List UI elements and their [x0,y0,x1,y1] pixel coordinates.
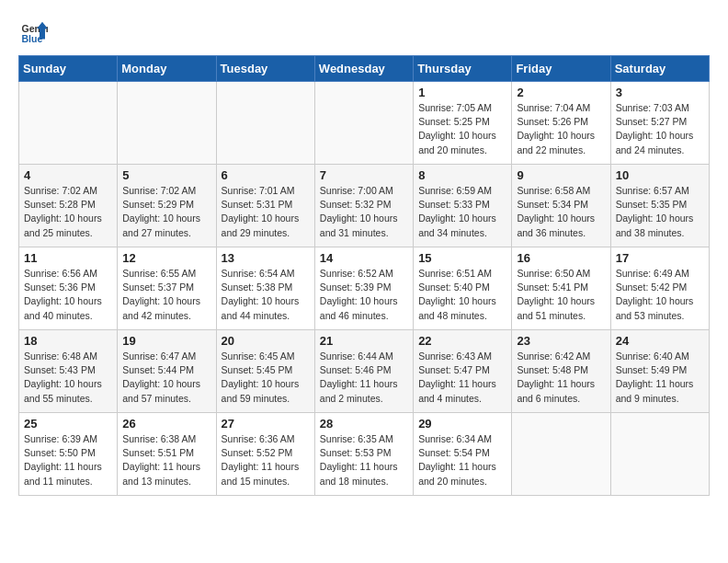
day-info: Sunrise: 6:59 AM Sunset: 5:33 PM Dayligh… [418,184,506,240]
day-info: Sunrise: 6:47 AM Sunset: 5:44 PM Dayligh… [122,350,210,406]
calendar-cell: 19Sunrise: 6:47 AM Sunset: 5:44 PM Dayli… [118,330,216,413]
day-number: 9 [517,168,605,182]
calendar-cell: 15Sunrise: 6:51 AM Sunset: 5:40 PM Dayli… [414,247,512,330]
weekday-header-wednesday: Wednesday [314,56,413,82]
calendar-cell: 10Sunrise: 6:57 AM Sunset: 5:35 PM Dayli… [610,165,709,247]
day-info: Sunrise: 6:54 AM Sunset: 5:38 PM Dayligh… [222,267,310,323]
day-number: 12 [122,251,210,265]
calendar-cell: 7Sunrise: 7:00 AM Sunset: 5:32 PM Daylig… [314,165,413,247]
calendar-cell: 27Sunrise: 6:36 AM Sunset: 5:52 PM Dayli… [216,413,314,496]
day-info: Sunrise: 6:34 AM Sunset: 5:54 PM Dayligh… [418,432,506,488]
day-number: 27 [222,417,310,431]
calendar-cell: 1Sunrise: 7:05 AM Sunset: 5:25 PM Daylig… [414,82,512,165]
calendar-cell: 24Sunrise: 6:40 AM Sunset: 5:49 PM Dayli… [610,330,709,413]
weekday-header-thursday: Thursday [414,56,512,82]
calendar-cell: 5Sunrise: 7:02 AM Sunset: 5:29 PM Daylig… [118,165,216,247]
day-info: Sunrise: 6:40 AM Sunset: 5:49 PM Dayligh… [616,350,704,406]
day-info: Sunrise: 7:04 AM Sunset: 5:26 PM Dayligh… [517,101,605,157]
calendar-cell [216,82,314,165]
day-info: Sunrise: 7:05 AM Sunset: 5:25 PM Dayligh… [418,101,506,157]
calendar-cell: 26Sunrise: 6:38 AM Sunset: 5:51 PM Dayli… [118,413,216,496]
day-info: Sunrise: 6:45 AM Sunset: 5:45 PM Dayligh… [222,350,310,406]
calendar-week-row: 18Sunrise: 6:48 AM Sunset: 5:43 PM Dayli… [19,330,710,413]
calendar-week-row: 11Sunrise: 6:56 AM Sunset: 5:36 PM Dayli… [19,247,710,330]
calendar-cell: 2Sunrise: 7:04 AM Sunset: 5:26 PM Daylig… [512,82,610,165]
day-info: Sunrise: 6:44 AM Sunset: 5:46 PM Dayligh… [320,350,408,406]
day-number: 22 [418,334,506,348]
day-number: 26 [122,417,210,431]
day-info: Sunrise: 6:38 AM Sunset: 5:51 PM Dayligh… [122,432,210,488]
day-number: 6 [222,168,310,182]
calendar-week-row: 1Sunrise: 7:05 AM Sunset: 5:25 PM Daylig… [19,82,710,165]
calendar-cell: 16Sunrise: 6:50 AM Sunset: 5:41 PM Dayli… [512,247,610,330]
day-info: Sunrise: 6:48 AM Sunset: 5:43 PM Dayligh… [24,350,112,406]
day-info: Sunrise: 6:36 AM Sunset: 5:52 PM Dayligh… [222,432,310,488]
day-info: Sunrise: 6:52 AM Sunset: 5:39 PM Dayligh… [320,267,408,323]
weekday-header-monday: Monday [118,56,216,82]
day-number: 23 [517,334,605,348]
weekday-header-friday: Friday [512,56,610,82]
calendar-cell [314,82,413,165]
day-info: Sunrise: 6:49 AM Sunset: 5:42 PM Dayligh… [616,267,704,323]
day-number: 14 [320,251,408,265]
calendar-cell: 22Sunrise: 6:43 AM Sunset: 5:47 PM Dayli… [414,330,512,413]
day-number: 17 [616,251,704,265]
day-number: 4 [24,168,112,182]
day-number: 16 [517,251,605,265]
day-number: 19 [122,334,210,348]
logo-icon: General Blue [20,18,48,46]
logo: General Blue [18,18,48,46]
day-info: Sunrise: 7:02 AM Sunset: 5:28 PM Dayligh… [24,184,112,240]
calendar-cell: 23Sunrise: 6:42 AM Sunset: 5:48 PM Dayli… [512,330,610,413]
day-info: Sunrise: 7:03 AM Sunset: 5:27 PM Dayligh… [616,101,704,157]
day-number: 7 [320,168,408,182]
calendar-cell: 12Sunrise: 6:55 AM Sunset: 5:37 PM Dayli… [118,247,216,330]
day-info: Sunrise: 6:50 AM Sunset: 5:41 PM Dayligh… [517,267,605,323]
calendar-week-row: 25Sunrise: 6:39 AM Sunset: 5:50 PM Dayli… [19,413,710,496]
day-info: Sunrise: 6:42 AM Sunset: 5:48 PM Dayligh… [517,350,605,406]
day-number: 25 [24,417,112,431]
calendar-cell: 21Sunrise: 6:44 AM Sunset: 5:46 PM Dayli… [314,330,413,413]
calendar-cell: 18Sunrise: 6:48 AM Sunset: 5:43 PM Dayli… [19,330,118,413]
calendar-week-row: 4Sunrise: 7:02 AM Sunset: 5:28 PM Daylig… [19,165,710,247]
day-info: Sunrise: 6:55 AM Sunset: 5:37 PM Dayligh… [122,267,210,323]
day-number: 5 [122,168,210,182]
calendar-cell: 28Sunrise: 6:35 AM Sunset: 5:53 PM Dayli… [314,413,413,496]
day-info: Sunrise: 6:51 AM Sunset: 5:40 PM Dayligh… [418,267,506,323]
day-number: 24 [616,334,704,348]
day-number: 28 [320,417,408,431]
day-number: 2 [517,86,605,99]
calendar-cell [19,82,118,165]
day-number: 20 [222,334,310,348]
calendar-cell: 20Sunrise: 6:45 AM Sunset: 5:45 PM Dayli… [216,330,314,413]
day-info: Sunrise: 6:58 AM Sunset: 5:34 PM Dayligh… [517,184,605,240]
calendar-cell: 29Sunrise: 6:34 AM Sunset: 5:54 PM Dayli… [414,413,512,496]
day-number: 18 [24,334,112,348]
day-info: Sunrise: 6:43 AM Sunset: 5:47 PM Dayligh… [418,350,506,406]
day-info: Sunrise: 6:39 AM Sunset: 5:50 PM Dayligh… [24,432,112,488]
calendar-cell: 17Sunrise: 6:49 AM Sunset: 5:42 PM Dayli… [610,247,709,330]
calendar-table: SundayMondayTuesdayWednesdayThursdayFrid… [18,55,710,496]
calendar-cell: 3Sunrise: 7:03 AM Sunset: 5:27 PM Daylig… [610,82,709,165]
calendar-cell: 25Sunrise: 6:39 AM Sunset: 5:50 PM Dayli… [19,413,118,496]
calendar-cell: 6Sunrise: 7:01 AM Sunset: 5:31 PM Daylig… [216,165,314,247]
calendar-cell [512,413,610,496]
day-info: Sunrise: 7:01 AM Sunset: 5:31 PM Dayligh… [222,184,310,240]
day-number: 8 [418,168,506,182]
calendar-cell [118,82,216,165]
calendar-cell [610,413,709,496]
weekday-header-tuesday: Tuesday [216,56,314,82]
weekday-header-sunday: Sunday [19,56,118,82]
calendar-cell: 4Sunrise: 7:02 AM Sunset: 5:28 PM Daylig… [19,165,118,247]
day-info: Sunrise: 6:57 AM Sunset: 5:35 PM Dayligh… [616,184,704,240]
day-info: Sunrise: 7:00 AM Sunset: 5:32 PM Dayligh… [320,184,408,240]
weekday-header-row: SundayMondayTuesdayWednesdayThursdayFrid… [19,56,710,82]
day-number: 11 [24,251,112,265]
day-number: 13 [222,251,310,265]
day-number: 29 [418,417,506,431]
day-number: 21 [320,334,408,348]
day-number: 15 [418,251,506,265]
day-info: Sunrise: 6:35 AM Sunset: 5:53 PM Dayligh… [320,432,408,488]
calendar-cell: 9Sunrise: 6:58 AM Sunset: 5:34 PM Daylig… [512,165,610,247]
day-number: 1 [418,86,506,99]
